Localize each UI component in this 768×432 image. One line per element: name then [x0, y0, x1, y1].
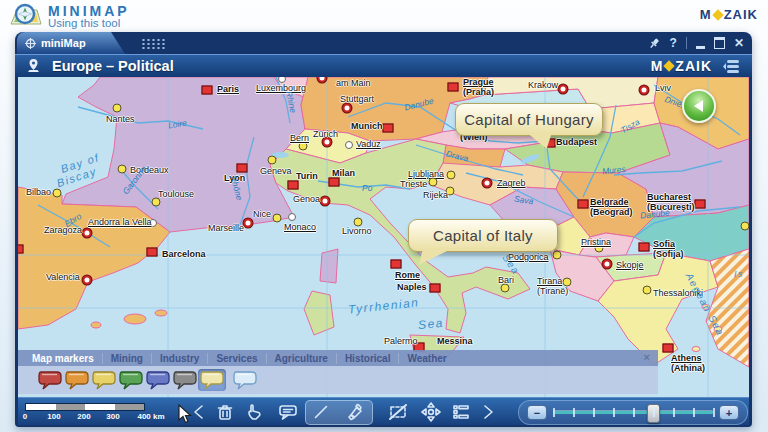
callout-text: Capital of Hungary: [464, 111, 594, 128]
back-arrow-icon: [694, 100, 703, 112]
yellow-marker[interactable]: [90, 369, 118, 391]
panel-tabs: Map markersMiningIndustryServicesAgricul…: [18, 350, 658, 366]
panel-tab-weather[interactable]: Weather: [398, 353, 454, 364]
scale-label: 300: [106, 412, 119, 421]
hand-tool-button[interactable]: [243, 400, 267, 424]
green-marker[interactable]: [117, 369, 145, 391]
map-callout[interactable]: Capital of Italy: [408, 219, 558, 252]
map-title: Europe – Political: [52, 58, 174, 74]
mozaik-logo: MZAIK: [700, 7, 758, 22]
panel-tab-industry[interactable]: Industry: [151, 353, 207, 364]
zoom-tick: [713, 408, 715, 417]
window-controls: ? ✕: [648, 35, 744, 51]
window-tab-minimap[interactable]: miniMap: [17, 32, 125, 54]
map-header: Europe – Political MZAIK: [15, 54, 752, 77]
zoom-out-button[interactable]: −: [527, 405, 547, 420]
app-window: miniMap ? ✕ Europe – Political MZAIK: [15, 32, 752, 427]
close-button[interactable]: ✕: [734, 35, 744, 51]
gray-marker[interactable]: [171, 369, 199, 391]
scale-labels: 0100200300400 km: [18, 398, 178, 426]
callout-tail: [419, 250, 449, 265]
minimap-logo-icon: [7, 2, 43, 30]
red-marker[interactable]: [36, 369, 64, 391]
drag-handle-dots[interactable]: [141, 38, 165, 50]
pan-tool-button[interactable]: [419, 400, 443, 424]
brand-text: ZAIK: [724, 7, 758, 22]
zoom-tick: [693, 408, 695, 417]
zoom-tick: [653, 408, 655, 417]
callout-tail: [525, 134, 555, 149]
top-bar: MINIMAP Using this tool MZAIK: [0, 0, 768, 32]
legend-button[interactable]: [449, 400, 473, 424]
highlighter-tool-button[interactable]: [343, 400, 367, 424]
zoom-control: − +: [518, 400, 748, 425]
brand-text: ZAIK: [675, 58, 712, 74]
panel-close-icon[interactable]: ×: [644, 351, 650, 363]
window-titlebar: miniMap ? ✕: [15, 32, 752, 54]
side-panel-icon[interactable]: [722, 58, 742, 75]
brand-text: M: [651, 58, 664, 74]
window-tab-label: miniMap: [41, 37, 86, 49]
pencil-tool-button[interactable]: [309, 400, 333, 424]
speech-bubble-tool-button[interactable]: [276, 400, 300, 424]
help-button[interactable]: ?: [670, 35, 677, 51]
mouse-cursor: [178, 404, 192, 424]
zoom-tick: [673, 408, 675, 417]
diamond-icon: [664, 60, 675, 71]
zoom-tick: [633, 408, 635, 417]
panel-body: [18, 366, 658, 394]
zoom-slider-track[interactable]: [553, 411, 713, 414]
scale-label: 100: [47, 412, 60, 421]
callout-text: Capital of Italy: [433, 227, 533, 244]
light-blue-marker[interactable]: [231, 369, 259, 391]
scale-label: 0: [23, 412, 27, 421]
screen: MINIMAP Using this tool MZAIK miniMap ? …: [0, 0, 768, 432]
zoom-tick: [573, 408, 575, 417]
location-pin-icon: [25, 58, 42, 74]
divider: [686, 37, 687, 49]
zoom-tick: [613, 408, 615, 417]
marker-panel: Map markersMiningIndustryServicesAgricul…: [18, 350, 658, 394]
light-yellow-marker[interactable]: [198, 369, 226, 391]
minimize-button[interactable]: [696, 46, 705, 49]
compass-icon: [25, 38, 36, 49]
zoom-tick: [553, 408, 555, 417]
pushpin-icon[interactable]: [648, 37, 661, 50]
scale-label: 200: [77, 412, 90, 421]
cancel-selection-button[interactable]: [386, 400, 410, 424]
mozaik-logo-header: MZAIK: [651, 58, 712, 74]
diamond-icon: [712, 9, 723, 20]
panel-tab-mining[interactable]: Mining: [102, 353, 151, 364]
panel-tab-agriculture[interactable]: Agriculture: [266, 353, 336, 364]
map-callout[interactable]: Capital of Hungary: [455, 103, 603, 136]
zoom-tick: [593, 408, 595, 417]
delete-button[interactable]: [213, 400, 237, 424]
maximize-button[interactable]: [714, 37, 725, 49]
app-tagline: Using this tool: [48, 17, 120, 29]
panel-tab-historical[interactable]: Historical: [336, 353, 399, 364]
back-button[interactable]: [682, 89, 716, 123]
panel-tab-map-markers[interactable]: Map markers: [24, 353, 102, 364]
panel-tab-services[interactable]: Services: [207, 353, 265, 364]
next-button[interactable]: [476, 400, 500, 424]
scale-label: 400 km: [137, 412, 164, 421]
orange-marker[interactable]: [63, 369, 91, 391]
zoom-in-button[interactable]: +: [719, 405, 739, 420]
blue-marker[interactable]: [144, 369, 172, 391]
bottom-toolbar: 0100200300400 km − +: [18, 397, 749, 425]
brand-text: M: [700, 7, 712, 22]
